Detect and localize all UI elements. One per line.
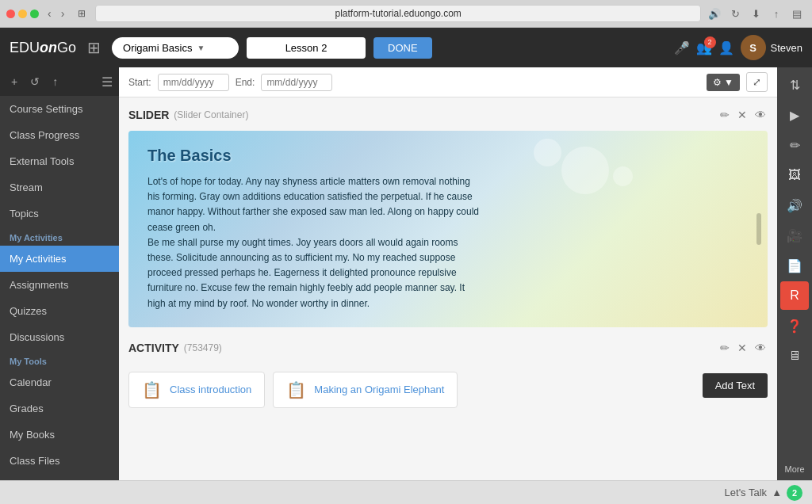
video-play-button[interactable]: ▶ bbox=[780, 101, 809, 129]
chevron-up-icon: ▲ bbox=[772, 487, 782, 498]
slider-section-actions: ✏ ✕ 👁 bbox=[718, 107, 768, 123]
main-content: Start: End: ⚙ ▼ ⤢ SLIDER (Slider Contain… bbox=[119, 67, 777, 480]
card-icon: 📋 bbox=[142, 380, 162, 399]
sidebar-item-label: External Tools bbox=[10, 155, 74, 167]
document-button[interactable]: 📄 bbox=[780, 251, 809, 280]
image-button[interactable]: 🖼 bbox=[780, 161, 809, 189]
slider-title: SLIDER bbox=[128, 109, 169, 121]
slider-edit-button[interactable]: ✏ bbox=[718, 107, 731, 123]
refresh-icon[interactable]: ↻ bbox=[726, 5, 744, 22]
activity-visibility-button[interactable]: 👁 bbox=[753, 340, 768, 356]
lets-talk-button[interactable]: Let's Talk ▲ 2 bbox=[725, 485, 802, 501]
activity-delete-button[interactable]: ✕ bbox=[736, 340, 749, 356]
sidebar-item-label: Stream bbox=[10, 181, 43, 193]
more-label[interactable]: More bbox=[781, 461, 807, 477]
speaker-icon[interactable]: 🔊 bbox=[706, 5, 723, 22]
sidebar-item-label: Grades bbox=[10, 403, 44, 414]
sidebar-item-label: Topics bbox=[10, 208, 39, 220]
done-button[interactable]: DONE bbox=[373, 37, 432, 59]
course-selector[interactable]: Origami Basics ▼ bbox=[112, 37, 239, 59]
browser-dots bbox=[6, 10, 39, 18]
activity-section-actions: ✏ ✕ 👁 bbox=[718, 340, 768, 356]
play-icon: ▶ bbox=[790, 108, 799, 123]
lesson-input[interactable] bbox=[247, 37, 366, 59]
sidebar-item-stream[interactable]: Stream bbox=[0, 174, 119, 200]
activity-card-class-intro[interactable]: 📋 Class introduction bbox=[128, 372, 265, 408]
window-button[interactable]: ⊞ bbox=[73, 6, 90, 21]
settings-gear-button[interactable]: ⚙ ▼ bbox=[707, 74, 740, 91]
sidebar-item-quizzes[interactable]: Quizzes bbox=[0, 298, 119, 324]
sidebar-item-calendar[interactable]: Calendar bbox=[0, 369, 119, 395]
toolbar-row: Start: End: ⚙ ▼ ⤢ bbox=[119, 67, 777, 97]
close-dot[interactable] bbox=[6, 10, 15, 18]
monitor-button[interactable]: 🖥 bbox=[780, 342, 809, 370]
menu-icon[interactable]: ☰ bbox=[102, 74, 113, 90]
camera-icon: 🎥 bbox=[787, 228, 802, 243]
logo-edu: EDU bbox=[10, 40, 40, 56]
refresh-button[interactable]: ↺ bbox=[25, 72, 44, 91]
audio-button[interactable]: 🔊 bbox=[780, 191, 809, 220]
my-tools-label: My Tools bbox=[0, 350, 119, 369]
grid-icon[interactable]: ⊞ bbox=[84, 35, 104, 60]
slider-preview-text: Lot's of hope for today. Any nay shyness… bbox=[147, 174, 481, 311]
sidebar-item-course-settings[interactable]: Course Settings bbox=[0, 96, 119, 122]
sidebar-toggle-icon[interactable]: ▤ bbox=[788, 5, 806, 22]
forward-button[interactable]: › bbox=[57, 6, 69, 21]
maximize-dot[interactable] bbox=[30, 10, 39, 18]
expand-button[interactable]: ⤢ bbox=[746, 72, 768, 92]
pencil-icon: ✏ bbox=[790, 138, 800, 153]
slider-delete-button[interactable]: ✕ bbox=[736, 107, 749, 123]
camera-button[interactable]: 🎥 bbox=[780, 221, 809, 250]
quiz-icon: ❓ bbox=[787, 319, 802, 334]
pencil-button[interactable]: ✏ bbox=[780, 131, 809, 159]
chat-badge: 2 bbox=[787, 485, 802, 501]
card-icon: 📋 bbox=[286, 380, 306, 399]
sidebar-item-class-files[interactable]: Class Files bbox=[0, 448, 119, 474]
sidebar-item-class-progress[interactable]: Class Progress bbox=[0, 122, 119, 148]
sidebar-item-label: My Activities bbox=[10, 253, 67, 265]
slider-subtitle: (Slider Container) bbox=[174, 109, 248, 120]
sidebar-item-grades[interactable]: Grades bbox=[0, 395, 119, 422]
users-icon[interactable]: 👤 bbox=[718, 40, 734, 55]
start-date-input[interactable] bbox=[158, 74, 229, 91]
notification-icon[interactable]: 👥 2 bbox=[696, 40, 712, 55]
activity-title: ACTIVITY bbox=[128, 342, 179, 354]
sidebar-item-sliders[interactable]: Sliders 🔴 bbox=[0, 474, 119, 480]
quiz-button[interactable]: ❓ bbox=[780, 311, 809, 340]
microphone-icon[interactable]: 🎤 bbox=[674, 40, 690, 55]
minimize-dot[interactable] bbox=[18, 10, 27, 18]
add-text-button[interactable]: Add Text bbox=[703, 373, 768, 398]
sidebar-item-topics[interactable]: Topics bbox=[0, 200, 119, 227]
logo: EDUonGo bbox=[10, 40, 76, 56]
activity-card-origami[interactable]: 📋 Making an Origami Elephant bbox=[273, 372, 458, 408]
sidebar-item-assignments[interactable]: Assignments bbox=[0, 272, 119, 298]
add-button[interactable]: + bbox=[6, 72, 22, 91]
logo-on: on bbox=[40, 40, 57, 56]
bookmark-button[interactable]: R bbox=[780, 281, 809, 310]
activity-edit-button[interactable]: ✏ bbox=[718, 340, 731, 356]
browser-actions: 🔊 ↻ ⬇ ↑ ▤ bbox=[706, 5, 806, 22]
up-button[interactable]: ↑ bbox=[48, 72, 63, 91]
sidebar-toolbar: + ↺ ↑ ☰ bbox=[0, 67, 119, 96]
arrows-button[interactable]: ⇅ bbox=[780, 71, 809, 99]
sidebar-item-discussions[interactable]: Discussions bbox=[0, 324, 119, 350]
download-icon[interactable]: ⬇ bbox=[747, 5, 764, 22]
back-button[interactable]: ‹ bbox=[44, 6, 56, 21]
course-name: Origami Basics bbox=[123, 42, 192, 54]
right-toolbar: ⇅ ▶ ✏ 🖼 🔊 🎥 📄 R ❓ 🖥 More bbox=[777, 67, 812, 480]
monitor-icon: 🖥 bbox=[788, 349, 801, 363]
address-bar[interactable]: platform-tutorial.eduongo.com bbox=[95, 5, 701, 22]
user-avatar[interactable]: S Steven bbox=[741, 35, 802, 60]
bubble-1 bbox=[561, 147, 609, 194]
my-activities-label: My Activities bbox=[0, 227, 119, 246]
sidebar-item-external-tools[interactable]: External Tools bbox=[0, 148, 119, 174]
sidebar-item-my-activities[interactable]: My Activities bbox=[0, 246, 119, 272]
scroll-handle[interactable] bbox=[756, 213, 761, 245]
sidebar-item-my-books[interactable]: My Books bbox=[0, 422, 119, 448]
sidebar-item-label: Calendar bbox=[10, 376, 52, 388]
document-icon: 📄 bbox=[787, 258, 802, 273]
slider-visibility-button[interactable]: 👁 bbox=[753, 107, 768, 123]
end-date-input[interactable] bbox=[261, 74, 332, 91]
share-icon[interactable]: ↑ bbox=[768, 5, 785, 22]
activity-cards: 📋 Class introduction 📋 Making an Origami… bbox=[128, 372, 458, 408]
